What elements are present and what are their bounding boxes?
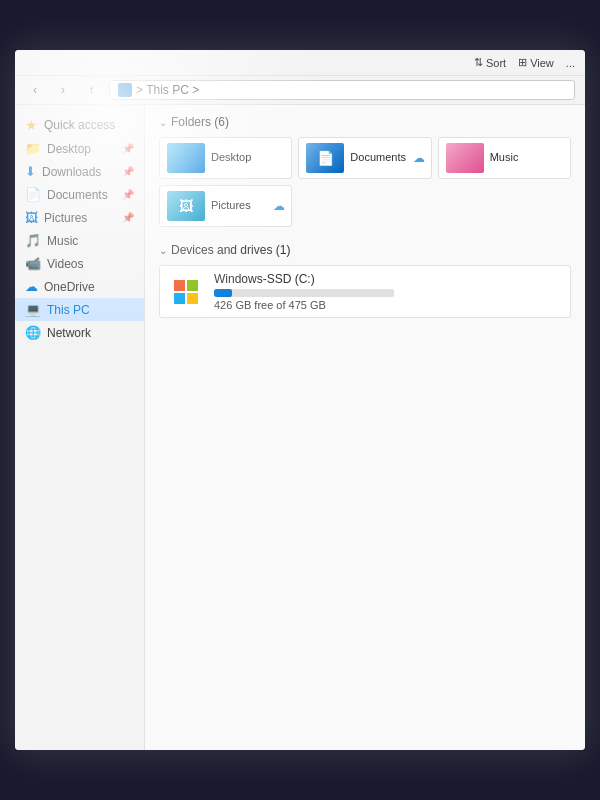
up-button[interactable]: ↑	[81, 80, 101, 100]
windows-logo-q3	[174, 293, 185, 304]
view-label: View	[530, 57, 554, 69]
more-label: ...	[566, 57, 575, 69]
view-icon: ⊞	[518, 56, 527, 69]
sidebar-documents-label: Documents	[47, 188, 108, 202]
sort-button[interactable]: ⇅ Sort	[474, 56, 506, 69]
folder-item-music[interactable]: Music	[438, 137, 571, 179]
forward-button[interactable]: ›	[53, 80, 73, 100]
music-folder-name: Music	[490, 151, 519, 164]
back-button[interactable]: ‹	[25, 80, 45, 100]
sidebar-thispc-label: This PC	[47, 303, 90, 317]
windows-logo-q2	[187, 280, 198, 291]
address-path[interactable]: > This PC >	[109, 80, 575, 100]
drive-bar-fill	[214, 289, 232, 297]
thispc-path-icon	[118, 83, 132, 97]
more-button[interactable]: ...	[566, 57, 575, 69]
pictures-folder-name: Pictures	[211, 199, 251, 212]
sidebar-item-pictures[interactable]: 🖼 Pictures 📌	[15, 206, 144, 229]
pic-folder-icon: 🖼	[179, 198, 193, 214]
sidebar-music-label: Music	[47, 234, 78, 248]
pictures-cloud-icon: ☁	[273, 199, 285, 213]
folders-chevron: ⌄	[159, 117, 167, 128]
thispc-icon: 💻	[25, 302, 41, 317]
windows-logo-q1	[174, 280, 185, 291]
downloads-pin-icon: 📌	[122, 166, 134, 177]
pictures-folder-thumb: 🖼	[167, 191, 205, 221]
drives-chevron: ⌄	[159, 245, 167, 256]
documents-folder-name: Documents	[350, 151, 406, 164]
sidebar-item-documents[interactable]: 📄 Documents 📌	[15, 183, 144, 206]
sidebar-item-videos[interactable]: 📹 Videos	[15, 252, 144, 275]
folder-grid: Desktop 📄 Documents ☁ Music	[159, 137, 571, 227]
documents-cloud-icon: ☁	[413, 151, 425, 165]
sidebar-item-thispc[interactable]: 💻 This PC	[15, 298, 144, 321]
drive-info: Windows-SSD (C:) 426 GB free of 475 GB	[214, 272, 562, 311]
music-folder-thumb	[446, 143, 484, 173]
network-icon: 🌐	[25, 325, 41, 340]
drive-item-windowsssd[interactable]: Windows-SSD (C:) 426 GB free of 475 GB	[159, 265, 571, 318]
view-button[interactable]: ⊞ View	[518, 56, 554, 69]
sidebar-pictures-label: Pictures	[44, 211, 87, 225]
windows-logo	[174, 280, 198, 304]
sidebar-item-quickaccess[interactable]: ★ Quick access	[15, 113, 144, 137]
folders-section-label: Folders (6)	[171, 115, 229, 129]
sidebar-item-desktop[interactable]: 📁 Desktop 📌	[15, 137, 144, 160]
folder-item-desktop[interactable]: Desktop	[159, 137, 292, 179]
folders-section-header: ⌄ Folders (6)	[159, 115, 571, 129]
sidebar-item-music[interactable]: 🎵 Music	[15, 229, 144, 252]
sort-icon: ⇅	[474, 56, 483, 69]
sidebar-item-network[interactable]: 🌐 Network	[15, 321, 144, 344]
folder-item-documents[interactable]: 📄 Documents ☁	[298, 137, 431, 179]
desktop-folder-thumb	[167, 143, 205, 173]
quickaccess-icon: ★	[25, 117, 38, 133]
documents-pin-icon: 📌	[122, 189, 134, 200]
documents-icon: 📄	[25, 187, 41, 202]
sidebar-onedrive-label: OneDrive	[44, 280, 95, 294]
sidebar-videos-label: Videos	[47, 257, 83, 271]
toolbar: ⇅ Sort ⊞ View ...	[15, 50, 585, 76]
content-area: ⌄ Folders (6) Desktop 📄 Documents ☁	[145, 105, 585, 750]
doc-folder-icon: 📄	[317, 150, 334, 166]
desktop-folder-name: Desktop	[211, 151, 251, 164]
pictures-pin-icon: 📌	[122, 212, 134, 223]
music-icon: 🎵	[25, 233, 41, 248]
drive-icon-wrap	[168, 274, 204, 310]
sidebar-downloads-label: Downloads	[42, 165, 101, 179]
sidebar-item-downloads[interactable]: ⬇ Downloads 📌	[15, 160, 144, 183]
sidebar-item-onedrive[interactable]: ☁ OneDrive	[15, 275, 144, 298]
drive-space: 426 GB free of 475 GB	[214, 299, 562, 311]
drives-section-header: ⌄ Devices and drives (1)	[159, 243, 571, 257]
desktop-pin-icon: 📌	[122, 143, 134, 154]
desktop-icon: 📁	[25, 141, 41, 156]
videos-icon: 📹	[25, 256, 41, 271]
pictures-icon: 🖼	[25, 210, 38, 225]
folder-item-pictures[interactable]: 🖼 Pictures ☁	[159, 185, 292, 227]
file-explorer-window: ⇅ Sort ⊞ View ... ‹ › ↑ > This PC > ★ Q	[15, 50, 585, 750]
main-layout: ★ Quick access 📁 Desktop 📌 ⬇ Downloads 📌…	[15, 105, 585, 750]
onedrive-icon: ☁	[25, 279, 38, 294]
downloads-icon: ⬇	[25, 164, 36, 179]
sidebar: ★ Quick access 📁 Desktop 📌 ⬇ Downloads 📌…	[15, 105, 145, 750]
sidebar-network-label: Network	[47, 326, 91, 340]
windows-logo-q4	[187, 293, 198, 304]
addressbar: ‹ › ↑ > This PC >	[15, 76, 585, 105]
path-text: > This PC >	[136, 83, 199, 97]
documents-folder-thumb: 📄	[306, 143, 344, 173]
drive-bar-wrap	[214, 289, 394, 297]
sidebar-desktop-label: Desktop	[47, 142, 91, 156]
sort-label: Sort	[486, 57, 506, 69]
sidebar-quickaccess-label: Quick access	[44, 118, 115, 132]
toolbar-right: ⇅ Sort ⊞ View ...	[474, 56, 575, 69]
drive-name: Windows-SSD (C:)	[214, 272, 562, 286]
drives-section-label: Devices and drives (1)	[171, 243, 290, 257]
